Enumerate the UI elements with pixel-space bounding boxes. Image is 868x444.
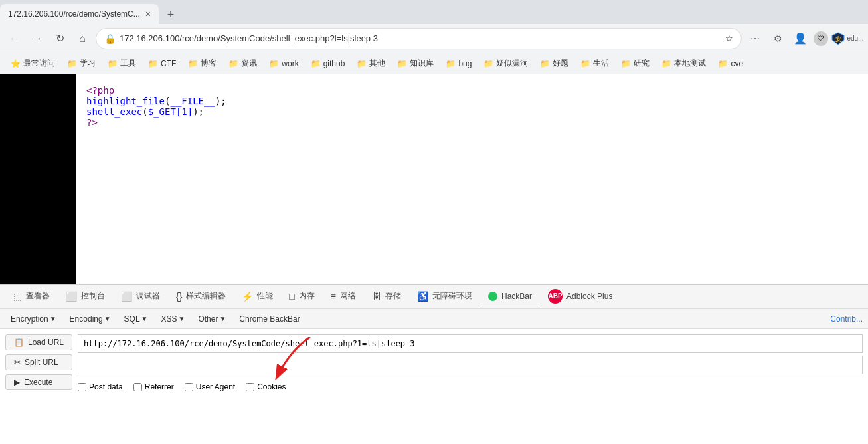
code-line-2: highlight_file(__FILE__);	[86, 96, 857, 106]
extension-icons: 🛡 安 edu...	[814, 31, 863, 46]
back-button[interactable]: ←	[5, 29, 24, 48]
bookmark-item-zuchang[interactable]: ⭐ 最常访问	[5, 56, 60, 71]
hackbar-menu-encryption[interactable]: Encryption ▼	[5, 312, 62, 326]
devtools-tab-inspector[interactable]: ⬚ 查看器	[5, 285, 58, 309]
bookmark-star-icon[interactable]: ☆	[725, 33, 733, 43]
split-url-label: Split URL	[25, 358, 58, 367]
inspector-icon: ⬚	[13, 291, 22, 302]
bookmark-label: cve	[731, 59, 743, 68]
devtools-tab-network[interactable]: ≡ 网络	[323, 285, 364, 309]
bookmark-item-qita[interactable]: 📁 其他	[351, 56, 391, 71]
bookmark-item-bendice[interactable]: 📁 本地测试	[656, 56, 711, 71]
bookmark-icon: 📁	[483, 59, 493, 68]
load-icon: 📋	[14, 338, 24, 347]
bookmark-item-haoti[interactable]: 📁 好题	[535, 56, 574, 71]
bookmark-icon: 📁	[269, 59, 279, 68]
bookmark-item-github[interactable]: 📁 github	[305, 57, 351, 70]
devtools-tab-debugger[interactable]: ⬜ 调试器	[113, 285, 168, 309]
adblock-icon: ABP	[548, 289, 563, 304]
devtools-tab-adblock[interactable]: ABP Adblock Plus	[540, 285, 620, 309]
devtools-tab-bar: ⬚ 查看器 ⬜ 控制台 ⬜ 调试器 {} 样式编辑器 ⚡ 性能	[0, 285, 868, 309]
hackbar-content: 📋 Load URL ✂ Split URL ▶ Execute	[0, 329, 868, 444]
sql-arrow: ▼	[141, 315, 148, 322]
hackbar-menu-other[interactable]: Other ▼	[193, 312, 231, 326]
devtools-tab-console[interactable]: ⬜ 控制台	[58, 285, 113, 309]
tab-close-button[interactable]: ×	[145, 9, 151, 19]
load-url-button[interactable]: 📋 Load URL	[5, 334, 72, 350]
chrome-backbar-label: Chrome BackBar	[239, 314, 300, 324]
hackbar-area: Encryption ▼ Encoding ▼ SQL ▼ XSS ▼	[0, 309, 868, 444]
memory-icon: □	[289, 291, 294, 302]
home-button[interactable]: ⌂	[73, 29, 92, 48]
post-data-check[interactable]	[78, 383, 86, 391]
hackbar-buttons: 📋 Load URL ✂ Split URL ▶ Execute	[5, 334, 72, 439]
settings-button[interactable]: ⚙	[768, 29, 787, 48]
hackbar-checkboxes: Post data Referrer User Agent	[78, 380, 863, 394]
bookmark-item-work[interactable]: 📁 work	[264, 57, 304, 70]
bookmark-icon: 📁	[148, 59, 158, 68]
paren-close: );	[215, 96, 226, 106]
bookmark-item-zhishiku[interactable]: 📁 知识库	[392, 56, 439, 71]
bookmark-item-cve[interactable]: 📁 cve	[713, 57, 748, 70]
bookmark-label: 知识库	[410, 58, 434, 69]
bookmark-label: 资讯	[241, 58, 257, 69]
url-input[interactable]	[120, 33, 721, 43]
referrer-check[interactable]	[133, 383, 142, 391]
hackbar-shield-icon[interactable]: 安	[831, 31, 845, 46]
hackbar-menu-encoding[interactable]: Encoding ▼	[64, 312, 116, 326]
bookmark-item-zixun[interactable]: 📁 资讯	[223, 56, 262, 71]
hackbar-post-input[interactable]	[78, 356, 863, 374]
bookmark-item-shenghuo[interactable]: 📁 生活	[575, 56, 614, 71]
url-bar[interactable]: 🔒 ☆	[96, 28, 742, 49]
new-tab-button[interactable]: +	[161, 5, 180, 24]
other-label: Other	[198, 314, 218, 324]
adblock-label: Adblock Plus	[566, 292, 612, 301]
devtools-tab-hackbar[interactable]: HackBar	[480, 285, 540, 309]
php-open-tag: <?php	[86, 85, 114, 96]
cookies-checkbox[interactable]: Cookies	[246, 382, 286, 391]
devtools-tab-storage[interactable]: 🗄 存储	[364, 285, 409, 309]
bookmark-item-boke[interactable]: 📁 博客	[183, 56, 222, 71]
execute-button[interactable]: ▶ Execute	[5, 374, 72, 390]
cookies-check[interactable]	[246, 383, 254, 391]
user-agent-check[interactable]	[185, 383, 193, 391]
hackbar-url-input[interactable]	[78, 334, 863, 353]
highlight-function: highlight_file	[86, 96, 165, 106]
encryption-arrow: ▼	[50, 315, 56, 322]
bookmark-label: CTF	[161, 59, 176, 68]
memory-label: 内存	[299, 290, 315, 302]
bookmark-item-yisi[interactable]: 📁 疑似漏洞	[478, 56, 533, 71]
ublock-icon[interactable]: 🛡	[814, 31, 828, 46]
hackbar-menu-sql[interactable]: SQL ▼	[119, 312, 153, 326]
bookmark-label: 生活	[593, 58, 609, 69]
reload-button[interactable]: ↻	[50, 29, 69, 48]
contribute-link[interactable]: Contrib...	[830, 314, 863, 324]
post-data-label: Post data	[89, 382, 123, 391]
bookmark-label: 疑似漏洞	[496, 58, 528, 69]
bookmark-item-bug[interactable]: 📁 bug	[440, 57, 477, 70]
post-data-checkbox[interactable]: Post data	[78, 382, 123, 391]
profile-icon[interactable]: 👤	[791, 29, 810, 48]
bookmark-item-ctf[interactable]: 📁 CTF	[143, 57, 181, 70]
devtools-tab-style-editor[interactable]: {} 样式编辑器	[168, 285, 234, 309]
split-url-button[interactable]: ✂ Split URL	[5, 354, 72, 370]
bookmark-item-gongju[interactable]: 📁 工具	[102, 56, 141, 71]
devtools-tab-accessibility[interactable]: ♿ 无障碍环境	[409, 285, 480, 309]
bookmark-item-yanjiu[interactable]: 📁 研究	[616, 56, 655, 71]
devtools-tab-memory[interactable]: □ 内存	[281, 285, 322, 309]
bookmark-icon: 📁	[67, 59, 77, 68]
extensions-button[interactable]: ⋯	[746, 29, 764, 48]
bookmark-icon: 📁	[108, 59, 118, 68]
bookmark-label: 好题	[553, 58, 568, 69]
forward-button[interactable]: →	[28, 29, 46, 48]
bookmark-item-xuexi[interactable]: 📁 学习	[62, 56, 101, 71]
tab-bar: 172.16.206.100/rce/demo/SystemC... × +	[0, 0, 868, 24]
referrer-checkbox[interactable]: Referrer	[133, 382, 174, 391]
split-icon: ✂	[14, 358, 21, 367]
devtools-tab-performance[interactable]: ⚡ 性能	[234, 285, 281, 309]
hackbar-menu-chrome[interactable]: Chrome BackBar	[234, 312, 305, 326]
active-tab[interactable]: 172.16.206.100/rce/demo/SystemC... ×	[0, 4, 159, 24]
user-agent-checkbox[interactable]: User Agent	[185, 382, 235, 391]
hackbar-menu-xss[interactable]: XSS ▼	[155, 312, 190, 326]
code-line-1: <?php	[86, 85, 857, 96]
